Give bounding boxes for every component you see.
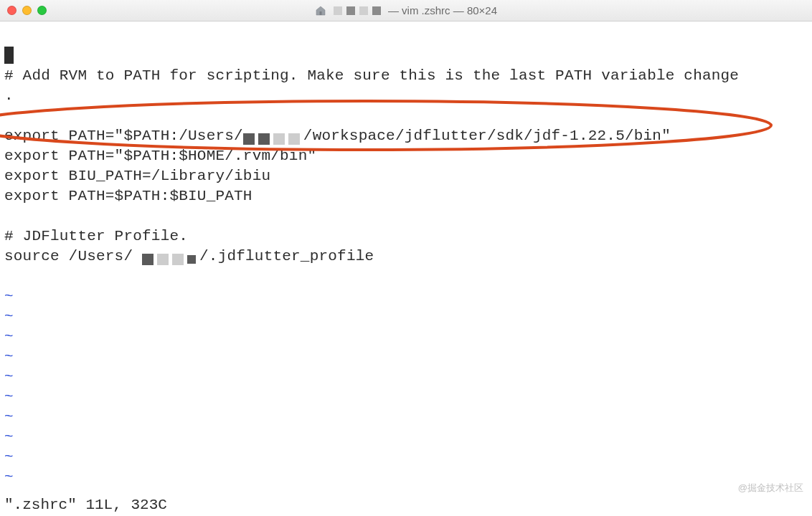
vim-empty-line-tilde: ~ bbox=[4, 288, 14, 305]
file-line: . bbox=[4, 87, 14, 104]
vim-empty-line-tilde: ~ bbox=[4, 388, 14, 405]
file-line: export PATH=$PATH:$BIU_PATH bbox=[4, 188, 252, 204]
vim-status-line: ".zshrc" 11L, 323C bbox=[0, 497, 812, 516]
file-line-part: /workspace/jdflutter/sdk/jdf-1.22.5/bin" bbox=[303, 128, 671, 144]
vim-empty-line-tilde: ~ bbox=[4, 368, 14, 385]
vim-empty-line-tilde: ~ bbox=[4, 328, 14, 345]
redacted-username-title bbox=[331, 6, 384, 15]
file-line-part: /.jdflutter_profile bbox=[199, 248, 374, 264]
close-button[interactable] bbox=[7, 6, 16, 15]
watermark-text: @掘金技术社区 bbox=[738, 482, 803, 494]
vim-status-text: ".zshrc" 11L, 323C bbox=[4, 497, 167, 513]
file-line-part: source /Users/ bbox=[4, 248, 133, 264]
maximize-button[interactable] bbox=[37, 6, 47, 15]
redacted-username bbox=[142, 249, 199, 262]
svg-rect-0 bbox=[319, 11, 321, 15]
file-line: export PATH="$PATH:$HOME/.rvm/bin" bbox=[4, 148, 316, 164]
file-line: # JDFlutter Profile. bbox=[4, 228, 188, 244]
vim-empty-line-tilde: ~ bbox=[4, 429, 14, 445]
home-folder-icon bbox=[315, 5, 326, 16]
minimize-button[interactable] bbox=[22, 6, 32, 15]
redacted-username bbox=[243, 129, 303, 142]
window-title-text: — vim .zshrc — 80×24 bbox=[388, 4, 497, 16]
vim-cursor bbox=[4, 47, 14, 64]
vim-empty-line-tilde: ~ bbox=[4, 348, 14, 365]
vim-empty-line-tilde: ~ bbox=[4, 469, 14, 485]
vim-empty-line-tilde: ~ bbox=[4, 308, 14, 325]
traffic-lights bbox=[7, 6, 47, 15]
terminal-content[interactable]: # Add RVM to PATH for scripting. Make su… bbox=[0, 22, 812, 487]
window-titlebar: — vim .zshrc — 80×24 bbox=[0, 0, 812, 22]
vim-empty-line-tilde: ~ bbox=[4, 408, 14, 425]
file-line: export BIU_PATH=/Library/ibiu bbox=[4, 168, 270, 184]
window-title: — vim .zshrc — 80×24 bbox=[0, 4, 812, 16]
vim-empty-line-tilde: ~ bbox=[4, 449, 14, 465]
file-line: # Add RVM to PATH for scripting. Make su… bbox=[4, 67, 739, 84]
file-line-part: export PATH="$PATH:/Users/ bbox=[4, 128, 243, 144]
